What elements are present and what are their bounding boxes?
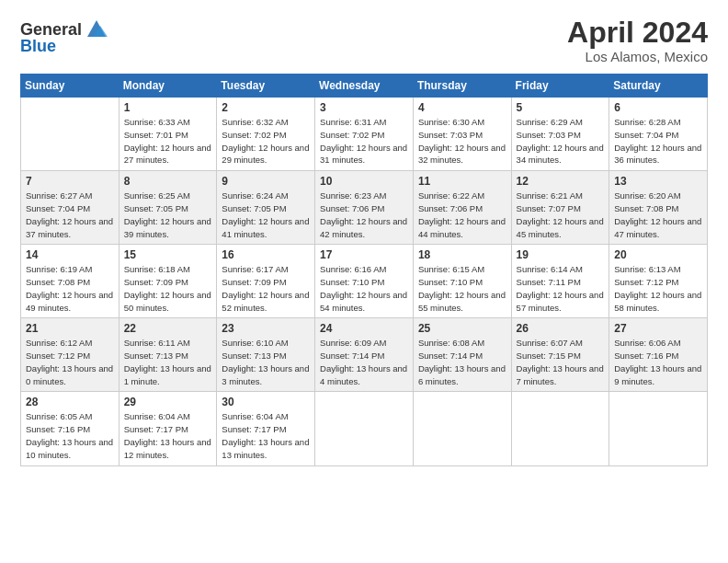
calendar-day-cell: 14Sunrise: 6:19 AM Sunset: 7:08 PM Dayli… [21,245,119,318]
calendar-day-cell: 6Sunrise: 6:28 AM Sunset: 7:04 PM Daylig… [609,98,708,171]
day-info: Sunrise: 6:17 AM Sunset: 7:09 PM Dayligh… [222,263,310,314]
day-info: Sunrise: 6:18 AM Sunset: 7:09 PM Dayligh… [124,263,212,314]
weekday-header: Saturday [609,75,708,98]
day-number: 8 [124,175,212,188]
calendar-day-cell: 5Sunrise: 6:29 AM Sunset: 7:03 PM Daylig… [511,98,609,171]
day-number: 2 [222,101,310,114]
weekday-header: Tuesday [217,75,315,98]
calendar-day-cell: 25Sunrise: 6:08 AM Sunset: 7:14 PM Dayli… [413,318,511,392]
calendar-day-cell [511,392,609,465]
day-number: 17 [320,248,408,261]
day-info: Sunrise: 6:09 AM Sunset: 7:14 PM Dayligh… [320,337,408,387]
day-info: Sunrise: 6:19 AM Sunset: 7:08 PM Dayligh… [26,263,114,314]
day-info: Sunrise: 6:29 AM Sunset: 7:03 PM Dayligh… [517,116,605,167]
calendar-day-cell: 20Sunrise: 6:13 AM Sunset: 7:12 PM Dayli… [609,245,708,318]
calendar-week-row: 7Sunrise: 6:27 AM Sunset: 7:04 PM Daylig… [21,171,708,245]
weekday-header: Thursday [413,75,511,98]
logo-icon [84,17,109,42]
calendar-day-cell: 21Sunrise: 6:12 AM Sunset: 7:12 PM Dayli… [21,318,119,392]
day-number: 29 [124,396,212,408]
calendar-day-cell: 18Sunrise: 6:15 AM Sunset: 7:10 PM Dayli… [413,245,511,318]
calendar-day-cell: 3Sunrise: 6:31 AM Sunset: 7:02 PM Daylig… [315,98,414,171]
day-number: 16 [222,248,310,261]
calendar-day-cell: 1Sunrise: 6:33 AM Sunset: 7:01 PM Daylig… [119,98,217,171]
day-number: 5 [517,101,605,114]
day-number: 24 [320,322,408,335]
day-info: Sunrise: 6:12 AM Sunset: 7:12 PM Dayligh… [26,337,114,387]
calendar-day-cell: 17Sunrise: 6:16 AM Sunset: 7:10 PM Dayli… [315,245,414,318]
calendar-week-row: 1Sunrise: 6:33 AM Sunset: 7:01 PM Daylig… [21,98,708,171]
day-number: 14 [26,248,114,261]
title-area: April 2024 Los Alamos, Mexico [567,17,708,64]
calendar-day-cell: 19Sunrise: 6:14 AM Sunset: 7:11 PM Dayli… [511,245,609,318]
day-number: 12 [517,175,605,188]
day-number: 27 [614,322,702,335]
day-number: 15 [124,248,212,261]
day-info: Sunrise: 6:24 AM Sunset: 7:05 PM Dayligh… [222,190,310,240]
day-number: 20 [614,248,702,261]
day-info: Sunrise: 6:33 AM Sunset: 7:01 PM Dayligh… [124,116,212,167]
calendar-day-cell: 7Sunrise: 6:27 AM Sunset: 7:04 PM Daylig… [21,171,119,245]
calendar-day-cell: 15Sunrise: 6:18 AM Sunset: 7:09 PM Dayli… [119,245,217,318]
day-number: 4 [418,101,506,114]
calendar-day-cell [609,392,708,465]
weekday-header: Wednesday [315,75,414,98]
calendar-day-cell: 28Sunrise: 6:05 AM Sunset: 7:16 PM Dayli… [21,392,119,465]
calendar-day-cell: 11Sunrise: 6:22 AM Sunset: 7:06 PM Dayli… [413,171,511,245]
calendar-day-cell: 13Sunrise: 6:20 AM Sunset: 7:08 PM Dayli… [609,171,708,245]
month-year: April 2024 [567,17,708,49]
day-number: 3 [320,101,408,114]
day-info: Sunrise: 6:11 AM Sunset: 7:13 PM Dayligh… [124,337,212,387]
calendar-day-cell: 12Sunrise: 6:21 AM Sunset: 7:07 PM Dayli… [511,171,609,245]
calendar-day-cell: 10Sunrise: 6:23 AM Sunset: 7:06 PM Dayli… [315,171,414,245]
day-info: Sunrise: 6:04 AM Sunset: 7:17 PM Dayligh… [222,410,310,461]
weekday-header: Monday [119,75,217,98]
calendar-day-cell [315,392,414,465]
weekday-header: Sunday [21,75,119,98]
calendar-week-row: 28Sunrise: 6:05 AM Sunset: 7:16 PM Dayli… [21,392,708,465]
day-info: Sunrise: 6:21 AM Sunset: 7:07 PM Dayligh… [517,190,605,240]
calendar-day-cell [21,98,119,171]
logo: General Blue [20,17,109,56]
calendar-day-cell: 22Sunrise: 6:11 AM Sunset: 7:13 PM Dayli… [119,318,217,392]
day-number: 10 [320,175,408,188]
calendar-day-cell [413,392,511,465]
day-info: Sunrise: 6:15 AM Sunset: 7:10 PM Dayligh… [418,263,506,314]
calendar-day-cell: 26Sunrise: 6:07 AM Sunset: 7:15 PM Dayli… [511,318,609,392]
calendar-day-cell: 27Sunrise: 6:06 AM Sunset: 7:16 PM Dayli… [609,318,708,392]
day-number: 23 [222,322,310,335]
day-number: 11 [418,175,506,188]
logo-blue-text: Blue [20,37,56,56]
page: General Blue April 2024 Los Alamos, Mexi… [0,0,728,563]
day-info: Sunrise: 6:27 AM Sunset: 7:04 PM Dayligh… [26,190,114,240]
day-number: 28 [26,396,114,408]
day-info: Sunrise: 6:25 AM Sunset: 7:05 PM Dayligh… [124,190,212,240]
day-info: Sunrise: 6:13 AM Sunset: 7:12 PM Dayligh… [614,263,702,314]
calendar-day-cell: 9Sunrise: 6:24 AM Sunset: 7:05 PM Daylig… [217,171,315,245]
calendar-day-cell: 30Sunrise: 6:04 AM Sunset: 7:17 PM Dayli… [217,392,315,465]
day-info: Sunrise: 6:14 AM Sunset: 7:11 PM Dayligh… [517,263,605,314]
day-number: 7 [26,175,114,188]
day-info: Sunrise: 6:06 AM Sunset: 7:16 PM Dayligh… [614,337,702,387]
day-number: 19 [517,248,605,261]
day-info: Sunrise: 6:16 AM Sunset: 7:10 PM Dayligh… [320,263,408,314]
day-number: 30 [222,396,310,408]
day-info: Sunrise: 6:07 AM Sunset: 7:15 PM Dayligh… [517,337,605,387]
day-info: Sunrise: 6:31 AM Sunset: 7:02 PM Dayligh… [320,116,408,167]
day-info: Sunrise: 6:08 AM Sunset: 7:14 PM Dayligh… [418,337,506,387]
calendar-table: SundayMondayTuesdayWednesdayThursdayFrid… [20,74,708,465]
day-info: Sunrise: 6:23 AM Sunset: 7:06 PM Dayligh… [320,190,408,240]
calendar-day-cell: 4Sunrise: 6:30 AM Sunset: 7:03 PM Daylig… [413,98,511,171]
calendar-day-cell: 8Sunrise: 6:25 AM Sunset: 7:05 PM Daylig… [119,171,217,245]
day-number: 1 [124,101,212,114]
calendar-day-cell: 23Sunrise: 6:10 AM Sunset: 7:13 PM Dayli… [217,318,315,392]
day-number: 13 [614,175,702,188]
location: Los Alamos, Mexico [567,49,708,64]
day-info: Sunrise: 6:22 AM Sunset: 7:06 PM Dayligh… [418,190,506,240]
day-number: 18 [418,248,506,261]
calendar-week-row: 14Sunrise: 6:19 AM Sunset: 7:08 PM Dayli… [21,245,708,318]
weekday-header: Friday [511,75,609,98]
day-info: Sunrise: 6:30 AM Sunset: 7:03 PM Dayligh… [418,116,506,167]
day-info: Sunrise: 6:20 AM Sunset: 7:08 PM Dayligh… [614,190,702,240]
calendar-week-row: 21Sunrise: 6:12 AM Sunset: 7:12 PM Dayli… [21,318,708,392]
